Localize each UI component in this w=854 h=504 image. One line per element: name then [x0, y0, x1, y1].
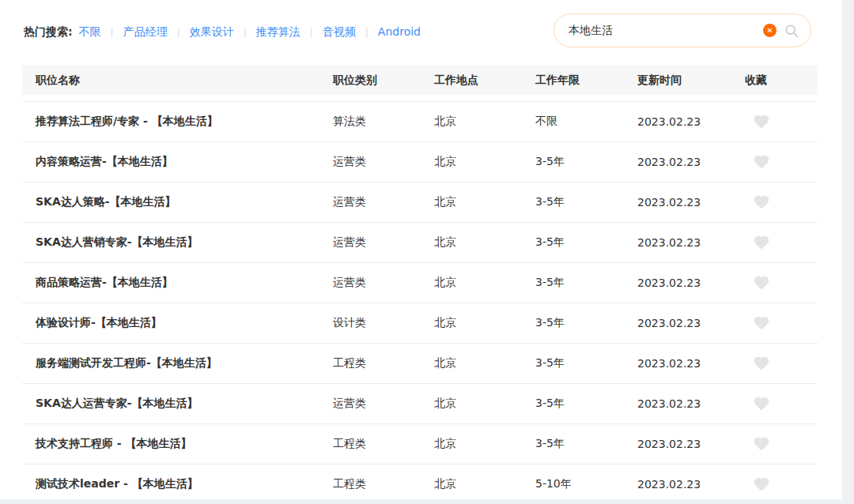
job-experience: 3-5年 [535, 276, 565, 290]
job-category: 设计类 [333, 316, 366, 330]
job-title[interactable]: 服务端测试开发工程师-【本地生活】 [36, 356, 217, 370]
job-location: 北京 [434, 437, 456, 451]
favorite-button[interactable] [751, 355, 772, 372]
bottom-edge-strip [0, 499, 841, 504]
favorite-button[interactable] [751, 314, 772, 332]
heart-icon [753, 314, 770, 332]
hot-search-link[interactable]: 效果设计 [190, 25, 234, 38]
job-experience: 3-5年 [535, 195, 565, 209]
hot-search-label: 热门搜索: [24, 25, 73, 39]
job-experience: 3-5年 [535, 437, 565, 451]
heart-icon [753, 435, 770, 453]
favorite-button[interactable] [751, 435, 772, 453]
job-title[interactable]: SKA达人策略-【本地生活】 [36, 195, 176, 209]
favorite-button[interactable] [751, 395, 772, 412]
heart-icon [753, 355, 770, 372]
separator: | [111, 27, 114, 38]
column-header-experience: 工作年限 [535, 65, 580, 95]
job-title[interactable]: 技术支持工程师 - 【本地生活】 [36, 437, 192, 451]
heart-icon [753, 476, 770, 493]
job-location: 北京 [434, 316, 456, 330]
job-category: 运营类 [333, 195, 366, 209]
job-updated: 2023.02.23 [637, 357, 701, 370]
job-location: 北京 [434, 115, 456, 129]
job-location: 北京 [434, 276, 456, 290]
job-updated: 2023.02.23 [637, 438, 701, 450]
job-updated: 2023.02.23 [637, 397, 701, 410]
heart-icon [753, 113, 770, 130]
table-row[interactable]: SKA达人营销专家-【本地生活】 运营类 北京 3-5年 2023.02.23 [22, 223, 818, 263]
separator: | [177, 27, 180, 38]
magnifier-icon[interactable] [784, 23, 799, 39]
job-experience: 3-5年 [535, 155, 565, 169]
separator: | [365, 27, 368, 38]
heart-icon [753, 395, 770, 412]
job-experience: 3-5年 [535, 235, 565, 250]
job-category: 工程类 [333, 437, 366, 451]
favorite-button[interactable] [751, 194, 772, 211]
heart-icon [753, 153, 770, 171]
hot-search-link[interactable]: 不限 [79, 25, 101, 38]
hot-search-link[interactable]: Android [378, 25, 421, 38]
favorite-button[interactable] [751, 113, 772, 130]
job-experience: 5-10年 [535, 477, 572, 491]
job-location: 北京 [434, 155, 456, 169]
job-title[interactable]: 商品策略运营-【本地生活】 [36, 276, 173, 290]
table-row[interactable]: SKA达人运营专家-【本地生活】 运营类 北京 3-5年 2023.02.23 [22, 384, 818, 424]
job-updated: 2023.02.23 [637, 236, 701, 249]
separator: | [244, 27, 247, 38]
job-category: 运营类 [333, 397, 366, 411]
job-updated: 2023.02.23 [637, 115, 701, 128]
search-box[interactable]: 本地生活 ✕ [554, 13, 811, 47]
job-location: 北京 [434, 356, 456, 370]
job-category: 算法类 [333, 115, 366, 129]
page-edge-strip [842, 0, 854, 504]
table-row[interactable]: 技术支持工程师 - 【本地生活】 工程类 北京 3-5年 2023.02.23 [22, 424, 818, 465]
hot-search-link[interactable]: 产品经理 [123, 25, 168, 38]
job-experience: 3-5年 [535, 356, 565, 370]
job-category: 工程类 [333, 356, 366, 370]
hot-search-link[interactable]: 音视频 [323, 25, 356, 38]
job-category: 工程类 [333, 477, 366, 491]
job-updated: 2023.02.23 [637, 276, 701, 289]
job-updated: 2023.02.23 [637, 478, 701, 491]
favorite-button[interactable] [751, 476, 772, 493]
hot-search-bar: 热门搜索: 不限|产品经理|效果设计|推荐算法|音视频|Android [24, 25, 421, 39]
job-category: 运营类 [333, 155, 366, 169]
table-header: 职位名称 职位类别 工作地点 工作年限 更新时间 收藏 [22, 65, 818, 95]
table-row[interactable]: 商品策略运营-【本地生活】 运营类 北京 3-5年 2023.02.23 [22, 263, 818, 303]
favorite-button[interactable] [751, 234, 772, 251]
job-updated: 2023.02.23 [637, 156, 701, 168]
separator: | [310, 27, 313, 38]
table-row[interactable]: 内容策略运营-【本地生活】 运营类 北京 3-5年 2023.02.23 [22, 142, 818, 182]
table-row[interactable]: 服务端测试开发工程师-【本地生活】 工程类 北京 3-5年 2023.02.23 [22, 344, 818, 384]
table-row[interactable]: 体验设计师-【本地生活】 设计类 北京 3-5年 2023.02.23 [22, 303, 818, 344]
job-title[interactable]: 体验设计师-【本地生活】 [36, 316, 162, 330]
table-row[interactable]: 测试技术leader - 【本地生活】 工程类 北京 5-10年 2023.02… [22, 465, 818, 504]
job-location: 北京 [434, 195, 456, 209]
heart-icon [753, 194, 770, 211]
column-header-location: 工作地点 [434, 65, 478, 95]
table-row[interactable]: 推荐算法工程师/专家 - 【本地生活】 算法类 北京 不限 2023.02.23 [22, 102, 818, 142]
hot-search-link[interactable]: 推荐算法 [256, 25, 300, 38]
clear-search-icon[interactable]: ✕ [763, 24, 777, 37]
column-header-updated: 更新时间 [637, 65, 682, 95]
job-title[interactable]: 推荐算法工程师/专家 - 【本地生活】 [36, 115, 218, 129]
job-title[interactable]: 测试技术leader - 【本地生活】 [36, 477, 198, 491]
heart-icon [753, 274, 770, 291]
job-location: 北京 [434, 397, 456, 411]
job-title[interactable]: SKA达人营销专家-【本地生活】 [36, 235, 198, 250]
heart-icon [753, 234, 770, 251]
job-experience: 3-5年 [535, 316, 565, 330]
search-input[interactable]: 本地生活 [569, 24, 763, 38]
favorite-button[interactable] [751, 274, 772, 291]
job-title[interactable]: SKA达人运营专家-【本地生活】 [36, 397, 198, 411]
job-title[interactable]: 内容策略运营-【本地生活】 [36, 155, 173, 169]
favorite-button[interactable] [751, 153, 772, 171]
job-location: 北京 [434, 477, 456, 491]
table-row[interactable]: SKA达人策略-【本地生活】 运营类 北京 3-5年 2023.02.23 [22, 182, 818, 223]
job-experience: 不限 [535, 115, 557, 129]
job-category: 运营类 [333, 276, 366, 290]
job-category: 运营类 [333, 235, 366, 250]
job-updated: 2023.02.23 [637, 196, 701, 209]
